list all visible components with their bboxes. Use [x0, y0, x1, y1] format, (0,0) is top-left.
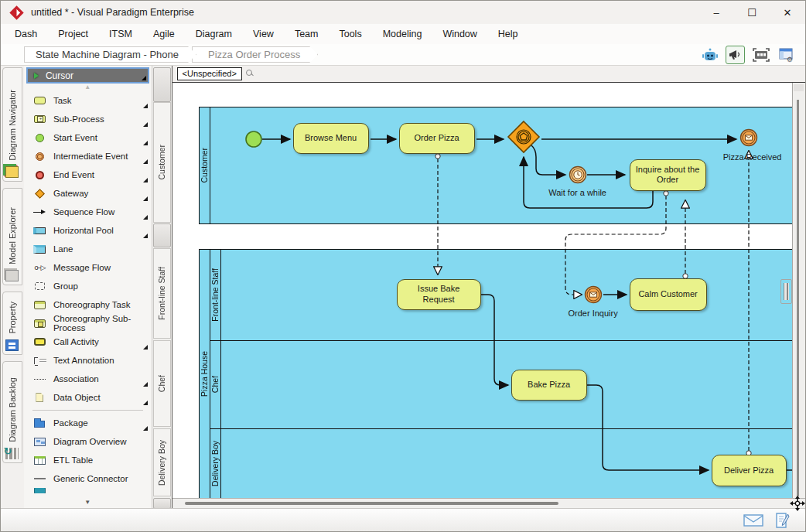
maximize-button[interactable]: ☐	[734, 1, 770, 24]
task-inquire-about-the-order[interactable]: Inquire about the Order	[630, 159, 706, 191]
event-gateway[interactable]	[507, 120, 541, 154]
cursor-icon	[34, 73, 39, 79]
label-pizza-received: Pizza Received	[714, 152, 791, 162]
palette-item-text-annotation[interactable]: Text Annotation	[26, 351, 149, 370]
app-window: untitled * - Visual Paradigm Enterprise …	[0, 0, 806, 532]
palette-item-sub-process[interactable]: Sub-Process	[26, 110, 149, 128]
menu-modeling[interactable]: Modeling	[383, 29, 422, 39]
horizontal-scrollbar-thumb[interactable]	[185, 502, 558, 505]
ai-bot-icon[interactable]	[700, 46, 719, 64]
breadcrumb-item-process[interactable]: Pizza Order Process	[192, 46, 318, 63]
palette-item-etl-table[interactable]: ETL Table	[26, 451, 149, 469]
palette-item-choreography-task[interactable]: Choreography Task	[26, 295, 149, 314]
notes-icon[interactable]	[774, 513, 790, 528]
panel-splitter-grip[interactable]	[780, 279, 792, 304]
pan-button[interactable]	[790, 499, 805, 508]
tab-model-explorer[interactable]: Model Explorer	[2, 188, 22, 285]
end-event-icon	[36, 171, 44, 179]
diagram-navigator-icon	[5, 166, 19, 178]
task-deliver-pizza[interactable]: Deliver Pizza	[712, 455, 787, 486]
vertical-scrollbar[interactable]	[792, 83, 805, 498]
menu-project[interactable]: Project	[58, 29, 88, 39]
palette-scroll-down-icon[interactable]: ▼	[26, 499, 149, 508]
status-bar	[1, 508, 805, 531]
sequence-flow-icon	[33, 209, 46, 215]
palette-item-association[interactable]: Association	[26, 370, 149, 388]
palette-item-cursor[interactable]: Cursor	[26, 67, 149, 84]
palette-item-clipped[interactable]	[26, 488, 149, 493]
window-title: untitled * - Visual Paradigm Enterprise	[31, 7, 194, 18]
menu-window[interactable]: Window	[442, 29, 476, 39]
task-order-pizza[interactable]: Order Pizza	[399, 123, 475, 154]
gateway-icon	[35, 189, 45, 199]
selection-frame-icon[interactable]	[751, 46, 770, 64]
menu-tools[interactable]: Tools	[339, 29, 361, 39]
tab-property[interactable]: Property	[2, 292, 22, 355]
palette-item-horizontal-pool[interactable]: Horizontal Pool	[26, 221, 149, 240]
palette-scroll-up-icon[interactable]: ▲	[26, 84, 149, 91]
palette-item-sequence-flow[interactable]: Sequence Flow	[26, 203, 149, 221]
task-browse-menu[interactable]: Browse Menu	[293, 123, 369, 154]
search-icon[interactable]	[246, 70, 254, 77]
diagram-canvas[interactable]: Customer Pizza House Front-line Staff Ch…	[172, 83, 792, 498]
menu-diagram[interactable]: Diagram	[196, 29, 232, 39]
palette-item-end-event[interactable]: End Event	[26, 165, 149, 184]
model-explorer-icon	[5, 270, 19, 281]
palette-item-group[interactable]: Group	[26, 277, 149, 295]
message-event-pizza-received[interactable]	[739, 128, 758, 147]
generic-connector-icon	[34, 478, 46, 479]
palette-item-choreography-sub-process[interactable]: Choreography Sub-Process	[26, 314, 149, 332]
menu-help[interactable]: Help	[498, 29, 518, 39]
vertical-scrollbar-track[interactable]	[797, 100, 799, 496]
strip-label-delivery-boy[interactable]: Delivery Boy	[153, 428, 171, 496]
side-tab-bar: Diagram Navigator Model Explorer Propert…	[1, 66, 24, 508]
label-wait-for-a-while: Wait for a while	[539, 188, 616, 197]
palette-item-package[interactable]: Package	[26, 414, 149, 432]
breadcrumb-item-diagram[interactable]: State Machine Diagram - Phone	[24, 46, 196, 63]
close-button[interactable]: ✕	[770, 1, 805, 24]
strip-spacer[interactable]	[153, 498, 171, 509]
mail-icon[interactable]	[743, 513, 763, 527]
strip-label-customer[interactable]: Customer	[153, 102, 171, 223]
palette-item-start-event[interactable]: Start Event	[26, 128, 149, 147]
window-settings-icon[interactable]: ⚙	[777, 46, 796, 64]
diagram-tab-unspecified[interactable]: <Unspecified>	[177, 67, 242, 80]
tab-diagram-navigator[interactable]: Diagram Navigator	[2, 67, 22, 182]
diagram-overview-icon	[34, 438, 46, 446]
message-event-order-inquiry[interactable]	[584, 285, 603, 304]
message-flow-icon: o--▷	[34, 264, 45, 271]
palette-item-call-activity[interactable]: Call Activity	[26, 332, 149, 351]
task-bake-pizza[interactable]: Bake Pizza	[511, 370, 587, 401]
menu-itsm[interactable]: ITSM	[109, 29, 132, 39]
menu-agile[interactable]: Agile	[153, 29, 175, 39]
strip-label-front-line-staff[interactable]: Front-line Staff	[153, 248, 171, 339]
palette-item-message-flow[interactable]: o--▷Message Flow	[26, 258, 149, 277]
task-icon	[34, 97, 46, 104]
timer-event-wait[interactable]	[569, 165, 587, 184]
strip-spacer[interactable]	[153, 67, 171, 102]
minimize-button[interactable]: –	[698, 1, 734, 24]
start-event[interactable]	[244, 130, 263, 148]
palette-item-diagram-overview[interactable]: Diagram Overview	[26, 432, 149, 451]
palette-item-gateway[interactable]: Gateway	[26, 184, 149, 203]
strip-spacer[interactable]	[153, 223, 171, 247]
breadcrumb: State Machine Diagram - Phone Pizza Orde…	[1, 44, 805, 66]
tab-diagram-backlog[interactable]: Diagram Backlog	[2, 361, 22, 463]
palette-item-lane[interactable]: Lane	[26, 240, 149, 258]
strip-label-chef[interactable]: Chef	[153, 340, 171, 427]
menu-team[interactable]: Team	[295, 29, 319, 39]
association-icon	[34, 379, 46, 380]
menu-view[interactable]: View	[253, 29, 274, 39]
menu-dash[interactable]: Dash	[15, 29, 37, 39]
horizontal-scrollbar[interactable]	[172, 499, 790, 508]
package-icon	[34, 421, 45, 428]
palette-item-intermediate-event[interactable]: Intermediate Event	[26, 147, 149, 165]
palette-item-data-object[interactable]: Data Object	[26, 388, 149, 407]
property-icon	[5, 339, 19, 351]
task-issue-bake-request[interactable]: Issue Bake Request	[397, 279, 481, 310]
palette-item-generic-connector[interactable]: Generic Connector	[26, 469, 149, 488]
menu-bar: Dash Project ITSM Agile Diagram View Tea…	[1, 24, 805, 44]
palette-item-task[interactable]: Task	[26, 91, 149, 110]
megaphone-icon[interactable]	[726, 46, 745, 64]
task-calm-customer[interactable]: Calm Customer	[630, 278, 707, 311]
